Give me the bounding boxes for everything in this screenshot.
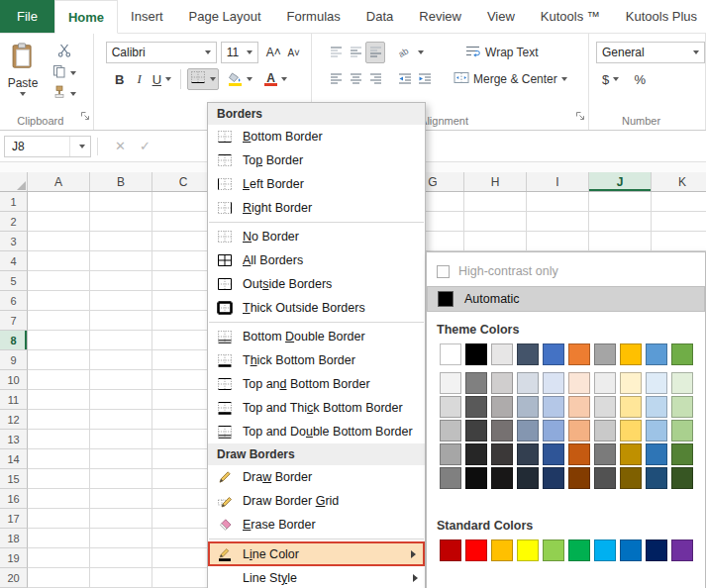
row-header-12[interactable]: 12 [0, 410, 28, 430]
theme-variant-swatch[interactable] [671, 396, 693, 418]
standard-color-swatch[interactable] [491, 539, 513, 561]
number-format-combobox[interactable]: General [596, 42, 705, 63]
font-name-combobox[interactable]: Calibri [106, 42, 217, 63]
standard-color-swatch[interactable] [620, 539, 642, 561]
font-size-combobox[interactable]: 11 [221, 42, 258, 63]
menu-item-top-and-thick-bottom-border[interactable]: Top and Thick Bottom Border [208, 396, 425, 420]
row-header-7[interactable]: 7 [0, 311, 28, 331]
increase-font-size-button[interactable]: A˄ [263, 42, 284, 63]
theme-variant-swatch[interactable] [440, 443, 461, 465]
column-header-c[interactable]: C [152, 172, 215, 191]
theme-variant-swatch[interactable] [517, 420, 539, 441]
menu-item-draw-border[interactable]: Draw Border [208, 465, 425, 489]
row-header-1[interactable]: 1 [0, 192, 28, 212]
row-header-14[interactable]: 14 [0, 449, 28, 469]
underline-button[interactable]: U [150, 68, 174, 90]
theme-variant-swatch[interactable] [543, 443, 564, 465]
menu-item-top-and-bottom-border[interactable]: Top and Bottom Border [208, 372, 425, 396]
theme-variant-swatch[interactable] [517, 372, 539, 394]
theme-variant-swatch[interactable] [646, 443, 667, 465]
tab-formulas[interactable]: Formulas [274, 0, 353, 33]
theme-variant-swatch[interactable] [646, 372, 667, 394]
theme-color-swatch[interactable] [491, 343, 513, 365]
tab-kutools[interactable]: Kutools ™ [528, 0, 613, 33]
theme-variant-swatch[interactable] [491, 420, 513, 441]
select-all-corner[interactable] [0, 172, 28, 191]
tab-review[interactable]: Review [406, 0, 474, 33]
format-painter-button[interactable] [50, 85, 79, 102]
theme-variant-swatch[interactable] [646, 467, 667, 489]
high-contrast-option[interactable]: High-contrast only [427, 259, 705, 283]
row-header-10[interactable]: 10 [0, 370, 28, 390]
menu-item-thick-outside-borders[interactable]: Thick Outside Borders [208, 296, 425, 320]
theme-variant-swatch[interactable] [440, 372, 461, 394]
row-header-17[interactable]: 17 [0, 509, 28, 529]
name-box-dropdown[interactable] [69, 137, 90, 156]
theme-variant-swatch[interactable] [568, 372, 590, 394]
menu-item-all-borders[interactable]: All Borders [208, 248, 425, 272]
theme-variant-swatch[interactable] [491, 467, 513, 489]
align-center-button[interactable] [346, 68, 365, 90]
theme-variant-swatch[interactable] [517, 467, 539, 489]
row-header-20[interactable]: 20 [0, 568, 28, 588]
menu-item-line-color[interactable]: Line Color [208, 541, 425, 566]
theme-variant-swatch[interactable] [620, 420, 642, 441]
accounting-format-button[interactable]: $ [599, 68, 622, 90]
theme-variant-swatch[interactable] [568, 396, 590, 418]
theme-variant-swatch[interactable] [517, 443, 539, 465]
orientation-button[interactable]: ab [395, 42, 427, 63]
row-header-13[interactable]: 13 [0, 430, 28, 449]
theme-variant-swatch[interactable] [465, 443, 487, 465]
clipboard-dialog-launcher[interactable] [80, 107, 90, 125]
tab-view[interactable]: View [474, 0, 528, 33]
theme-variant-swatch[interactable] [543, 372, 564, 394]
copy-button[interactable] [50, 64, 79, 81]
name-box[interactable]: J8 [4, 136, 91, 157]
row-header-19[interactable]: 19 [0, 548, 28, 568]
menu-item-bottom-double-border[interactable]: Bottom Double Border [208, 325, 425, 348]
tab-file[interactable]: File [0, 0, 54, 33]
wrap-text-button[interactable]: Wrap Text [462, 42, 542, 63]
menu-item-bottom-border[interactable]: Bottom Border [208, 125, 425, 148]
automatic-color-option[interactable]: Automatic [427, 286, 705, 312]
theme-variant-swatch[interactable] [671, 420, 693, 441]
theme-variant-swatch[interactable] [594, 372, 616, 394]
menu-item-draw-border-grid[interactable]: Draw Border Grid [208, 489, 425, 513]
column-header-j[interactable]: J [589, 172, 652, 191]
row-header-15[interactable]: 15 [0, 469, 28, 489]
menu-item-erase-border[interactable]: Erase Border [208, 513, 425, 537]
theme-variant-swatch[interactable] [594, 467, 616, 489]
column-header-b[interactable]: B [90, 172, 152, 191]
theme-color-swatch[interactable] [620, 343, 642, 365]
theme-color-swatch[interactable] [594, 343, 616, 365]
theme-variant-swatch[interactable] [465, 467, 487, 489]
theme-variant-swatch[interactable] [671, 443, 693, 465]
standard-color-swatch[interactable] [671, 539, 693, 561]
theme-variant-swatch[interactable] [568, 467, 590, 489]
theme-variant-swatch[interactable] [543, 396, 564, 418]
theme-variant-swatch[interactable] [465, 396, 487, 418]
theme-variant-swatch[interactable] [491, 396, 513, 418]
theme-color-swatch[interactable] [568, 343, 590, 365]
decrease-font-size-button[interactable]: A˅ [284, 42, 304, 63]
theme-variant-swatch[interactable] [440, 467, 461, 489]
fx-enter-icon[interactable]: ✓ [133, 139, 157, 153]
tab-kutools-plus[interactable]: Kutools Plus [613, 0, 706, 33]
row-header-11[interactable]: 11 [0, 390, 28, 410]
align-top-button[interactable] [326, 42, 346, 63]
align-bottom-button[interactable] [365, 42, 385, 63]
menu-item-outside-borders[interactable]: Outside Borders [208, 272, 425, 296]
theme-variant-swatch[interactable] [440, 420, 461, 441]
standard-color-swatch[interactable] [568, 539, 590, 561]
column-header-k[interactable]: K [652, 172, 706, 191]
theme-variant-swatch[interactable] [568, 420, 590, 441]
row-header-6[interactable]: 6 [0, 291, 28, 311]
theme-variant-swatch[interactable] [646, 396, 667, 418]
merge-center-button[interactable]: Merge & Center [451, 68, 570, 90]
theme-variant-swatch[interactable] [543, 420, 564, 441]
align-left-button[interactable] [326, 68, 346, 90]
standard-color-swatch[interactable] [465, 539, 487, 561]
theme-variant-swatch[interactable] [491, 443, 513, 465]
cut-button[interactable] [50, 44, 79, 60]
theme-variant-swatch[interactable] [517, 396, 539, 418]
